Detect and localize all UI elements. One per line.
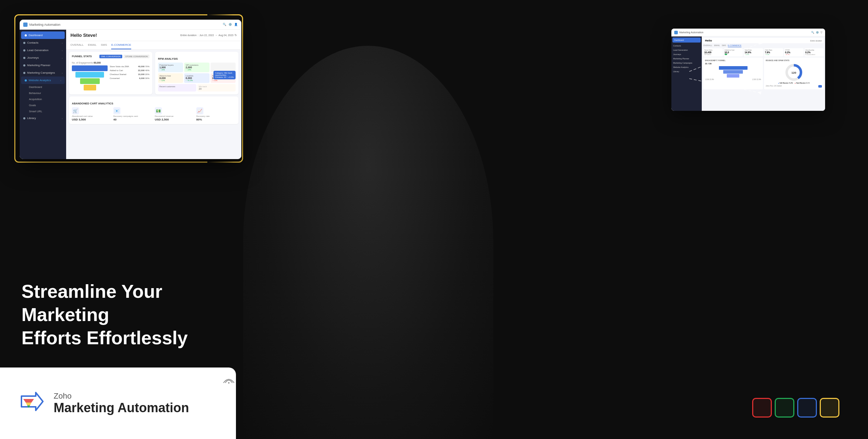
top-row: FUNNEL STATS DML CONVERSION STORE CONVER… (69, 52, 238, 94)
abandoned-label-4: Recovery rate (196, 115, 236, 117)
svg-marker-8 (26, 403, 31, 405)
logo-brand: Zoho (54, 391, 189, 401)
small-search-icon[interactable]: 🔍 (811, 31, 814, 34)
abandoned-cart-card: ABANDONED CART ANALYTICS 🛒 Abandoned car… (69, 97, 238, 124)
zoho-app-crm[interactable] (752, 398, 772, 418)
abandoned-item-revenue: 💵 Recovered revenue USD 2,500 (155, 107, 194, 121)
tab-overall[interactable]: OVERALL (70, 41, 84, 49)
sidebar-item-campaigns[interactable]: Marketing Campaigns › (20, 69, 66, 77)
sub-label-behaviour: Behaviour (29, 92, 41, 95)
sidebar-sub-item-dashboard[interactable]: Dashboard (26, 84, 66, 90)
date-to: Aug 04, 2023 (218, 34, 233, 36)
engagements-label: No. of Engagements 60,000 (72, 61, 149, 64)
sidebar-item-contacts[interactable]: Contacts › (20, 39, 66, 46)
funnel-card: FUNNEL STATS DML CONVERSION STORE CONVER… (69, 52, 152, 94)
rfm-card: RFM ANALYSIS Potential buyers 1,900 ↑ +9… (155, 52, 238, 94)
small-filter-icon[interactable]: ▽ (820, 31, 822, 34)
sidebar-item-website-analytics[interactable]: Website Analytics › (21, 77, 65, 84)
abandoned-label-1: Abandoned cart value (72, 115, 111, 117)
store-conversion-tab[interactable]: STORE CONVERSION (123, 55, 149, 58)
small-date-range: Entire duration (810, 40, 822, 42)
date-arrow: → (215, 34, 217, 36)
funnel-bar-3 (80, 78, 100, 84)
signal-icon-svg (222, 372, 236, 386)
funnel-stat-row-4: Converted 6,000 30% (110, 77, 149, 79)
svg-line-2 (689, 43, 761, 71)
zoho-apps-row (752, 398, 839, 418)
sub-label-acquisition: Acquisition (29, 98, 42, 101)
dashboard-content: FUNNEL STATS DML CONVERSION STORE CONVER… (66, 50, 241, 126)
zoho-app-projects[interactable] (797, 398, 817, 418)
abandoned-value-4: 80% (196, 118, 236, 121)
sidebar-item-lead-generation[interactable]: Lead Generation › (20, 46, 66, 54)
rfm-label-6: Recent customers (159, 85, 195, 88)
small-app-bar: Marketing Automation 🔍 ⚙️ ▽ (671, 29, 825, 36)
rfm-value-2: 2,000 (186, 66, 208, 69)
signal-decoration (222, 372, 236, 389)
funnel-content: Store Visits via ZMA 40,000 70% Added to… (72, 65, 149, 90)
rfm-change-5: ↑ +1% (212, 79, 234, 82)
tab-sms[interactable]: SMS (101, 41, 107, 49)
zoho-app-books[interactable] (775, 398, 794, 418)
sidebar-sub-item-smart-url[interactable]: Smart URL (26, 108, 66, 114)
email-icon: 📧 (113, 107, 120, 114)
date-from: Jun 22, 2022 (199, 34, 214, 36)
logo-icon-svg (18, 389, 46, 418)
rate-icon: 📈 (196, 107, 203, 114)
chevron-right-icon-4: › (62, 72, 63, 74)
dml-conversion-tab[interactable]: DML CONVERSION (99, 55, 122, 58)
search-icon[interactable]: 🔍 (223, 23, 226, 26)
tab-email[interactable]: EMAIL (88, 41, 97, 49)
small-cta-button[interactable]: → (818, 85, 822, 88)
sidebar-item-marketing-planner[interactable]: Marketing Planner (20, 61, 66, 69)
refresh-icon[interactable]: ↻ (235, 34, 237, 37)
chevron-right-icon: › (62, 42, 63, 44)
zoho-app-desk[interactable] (820, 398, 839, 418)
main-content-area: Hello Steve! Entire duration : Jun 22, 2… (66, 30, 241, 159)
rfm-change-3: ↑ +2% (159, 79, 182, 82)
sidebar-item-dashboard[interactable]: Dashboard (21, 31, 65, 39)
settings-icon[interactable]: ⚙️ (228, 23, 232, 26)
user-icon[interactable]: 👤 (234, 23, 238, 26)
funnel-value-4: 6,000 30% (139, 77, 149, 79)
app-title: Marketing Automation (29, 23, 60, 26)
rfm-value-1: 1,900 (159, 66, 182, 69)
conversion-tabs: DML CONVERSION STORE CONVERSION (99, 55, 149, 58)
dashed-arrows-svg (689, 36, 797, 107)
abandoned-value-1: USD 3,500 (72, 118, 111, 121)
funnel-visual (72, 65, 108, 90)
small-stat-sub-unsub: 0 unsubscribed (805, 54, 823, 55)
date-range-selector[interactable]: Entire duration : Jun 22, 2022 → Aug 04,… (180, 34, 237, 37)
sidebar-sub-item-behaviour[interactable]: Behaviour (26, 90, 66, 96)
rfm-cell-recent: Recent customers (158, 84, 196, 92)
greeting-text: Hello Steve! (70, 33, 97, 38)
main-app-screenshot: Marketing Automation 🔍 ⚙️ 👤 Dashboard Co… (20, 20, 241, 159)
sub-label-smart-url: Smart URL (29, 110, 42, 113)
sidebar-label-library: Library (27, 117, 36, 120)
funnel-title: FUNNEL STATS (72, 55, 92, 58)
sidebar-item-journeys[interactable]: Journeys › (20, 54, 66, 61)
sidebar-item-library[interactable]: Library › (20, 114, 66, 122)
funnel-value-3: 10,000 20% (138, 73, 149, 75)
funnel-label-3: Checkout Started (110, 73, 126, 75)
funnel-value-2: 22,000 40% (138, 69, 149, 71)
funnel-stats-list: Store Visits via ZMA 40,000 70% Added to… (110, 65, 149, 90)
funnel-bar-2 (75, 72, 104, 78)
svg-point-10 (228, 382, 230, 384)
tab-ecommerce[interactable]: E-COMMERCE (111, 41, 131, 49)
abandoned-item-rate: 📈 Recovery rate 80% (196, 107, 236, 121)
app-icon (23, 23, 28, 27)
svg-marker-5 (758, 91, 761, 95)
headline-line1: Streamline Your Marketing (21, 281, 162, 325)
donut-legend-item-2: ● Hard Bounce: 0 / 0 (795, 82, 810, 84)
sidebar-sub-item-goals[interactable]: Goals (26, 102, 66, 108)
rfm-value-7: 20 (199, 88, 234, 90)
sub-label-goals: Goals (29, 104, 36, 107)
planner-dot (23, 64, 25, 66)
sidebar-sub-item-acquisition[interactable]: Acquisition (26, 96, 66, 102)
small-settings-icon[interactable]: ⚙️ (816, 31, 819, 34)
logo-text: Zoho Marketing Automation (54, 391, 189, 415)
rfm-value-4: 6,000 (186, 77, 208, 79)
app-titlebar: Marketing Automation 🔍 ⚙️ 👤 (20, 20, 241, 30)
rfm-cell-winback: Win back 20 (197, 84, 236, 92)
